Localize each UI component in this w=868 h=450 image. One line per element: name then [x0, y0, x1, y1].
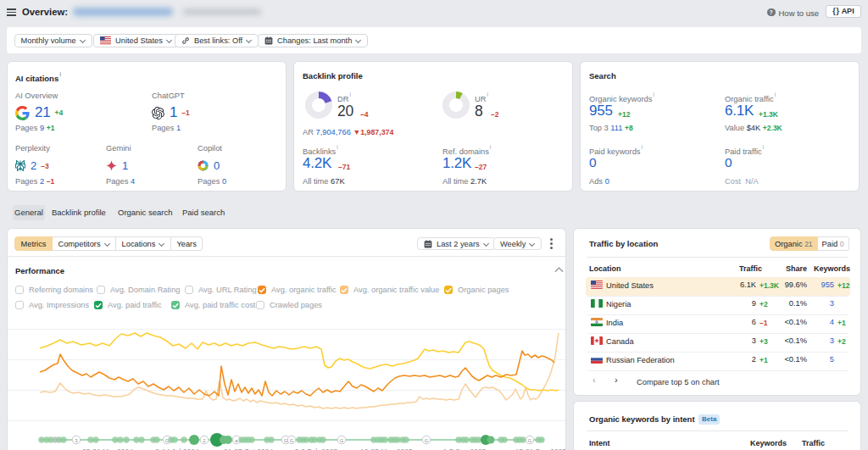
- svg-text:G: G: [340, 438, 344, 443]
- svg-text:G: G: [290, 438, 294, 443]
- svg-text:G: G: [528, 438, 532, 443]
- svg-text:G: G: [425, 438, 429, 443]
